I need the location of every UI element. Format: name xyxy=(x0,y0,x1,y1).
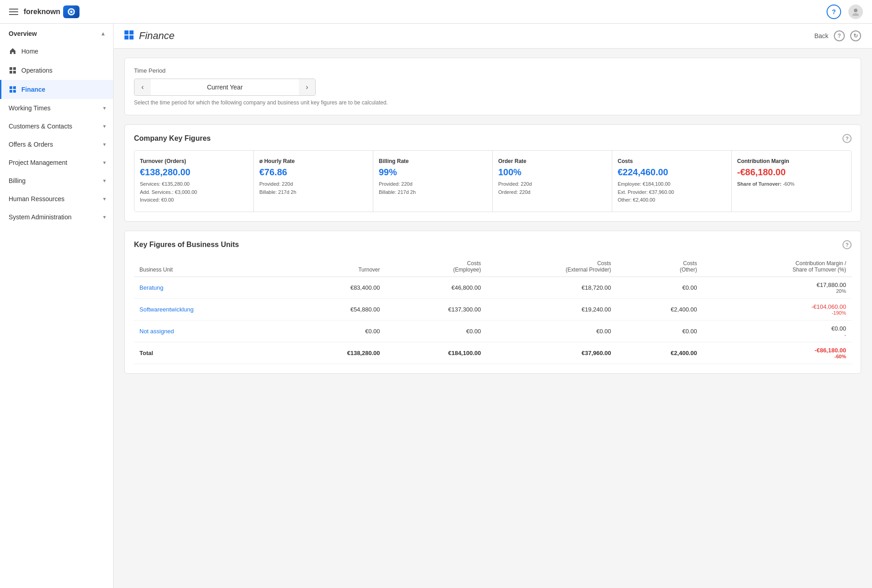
bu-help-icon[interactable]: ? xyxy=(842,240,852,249)
kpi-order-rate-label: Order Rate xyxy=(498,158,606,164)
svg-rect-16 xyxy=(129,35,134,40)
bu-link-software[interactable]: Softwareentwicklung xyxy=(139,306,193,313)
time-period-hint: Select the time period for which the fol… xyxy=(134,99,852,106)
kpi-hourly-rate-label: ø Hourly Rate xyxy=(259,158,367,164)
kpi-costs-detail: Employee: €184,100.00 Ext. Provider: €37… xyxy=(618,180,726,204)
kpi-contribution-margin-label: Contribution Margin xyxy=(737,158,846,164)
sidebar-item-label: Finance xyxy=(21,86,45,93)
user-avatar[interactable] xyxy=(848,5,863,19)
time-period-prev-button[interactable]: ‹ xyxy=(134,79,151,95)
svg-rect-7 xyxy=(10,71,12,74)
page-actions: Back ? ↻ xyxy=(814,30,861,41)
kpi-turnover-detail: Services: €135,280.00 Add. Services.: €3… xyxy=(140,180,248,204)
svg-rect-10 xyxy=(13,86,16,89)
kpi-costs: Costs €224,460.00 Employee: €184,100.00 … xyxy=(612,151,732,212)
bu-link-not-assigned[interactable]: Not assigned xyxy=(139,328,174,335)
svg-point-4 xyxy=(852,13,859,16)
kpi-contribution-margin: Contribution Margin -€86,180.00 Share of… xyxy=(732,151,851,212)
table-total-row: Total €138,280.00 €184,100.00 €37,960.00… xyxy=(134,342,852,364)
sidebar-item-human-ressources[interactable]: Human Ressources ▾ xyxy=(0,190,113,208)
col-contribution: Contribution Margin /Share of Turnover (… xyxy=(703,257,852,277)
sidebar-item-home[interactable]: Home xyxy=(0,42,113,61)
table-row: Beratung €83,400.00 €46,800.00 €18,720.0… xyxy=(134,277,852,298)
total-turnover: €138,280.00 xyxy=(284,342,386,364)
bu-costs-emp-beratung: €46,800.00 xyxy=(385,277,486,298)
time-period-next-button[interactable]: › xyxy=(299,79,315,95)
logo-text: foreknown xyxy=(24,8,60,16)
sidebar-item-customers-contacts[interactable]: Customers & Contacts ▾ xyxy=(0,117,113,135)
sidebar-item-billing[interactable]: Billing ▾ xyxy=(0,172,113,190)
svg-rect-12 xyxy=(13,90,16,93)
bu-turnover-not-assigned: €0.00 xyxy=(284,320,386,342)
kpi-turnover-value: €138,280.00 xyxy=(140,167,248,178)
working-times-chevron: ▾ xyxy=(103,105,106,111)
bu-costs-emp-software: €137,300.00 xyxy=(385,298,486,320)
content-area: Time Period ‹ Current Year › Select the … xyxy=(114,49,872,392)
total-costs-emp: €184,100.00 xyxy=(385,342,486,364)
table-row: Softwareentwicklung €54,880.00 €137,300.… xyxy=(134,298,852,320)
sidebar-item-working-times[interactable]: Working Times ▾ xyxy=(0,99,113,117)
bu-turnover-beratung: €83,400.00 xyxy=(284,277,386,298)
sidebar-item-label: System Administration xyxy=(9,213,72,221)
kpi-billing-rate: Billing Rate 99% Provided: 220d Billable… xyxy=(373,151,493,212)
refresh-icon[interactable]: ↻ xyxy=(850,30,861,41)
back-button[interactable]: Back xyxy=(814,32,828,40)
svg-rect-13 xyxy=(124,30,129,35)
company-kpi-help-icon[interactable]: ? xyxy=(842,134,852,143)
total-label: Total xyxy=(134,342,284,364)
time-period-label: Time Period xyxy=(134,67,852,74)
finance-icon xyxy=(9,85,17,94)
bu-name-beratung: Beratung xyxy=(134,277,284,298)
page-header: Finance Back ? ↻ xyxy=(114,24,872,49)
page-title-area: Finance xyxy=(124,30,174,42)
layout: Overview ▲ Home xyxy=(0,24,872,588)
bu-costs-other-beratung: €0.00 xyxy=(617,277,703,298)
sidebar-item-operations[interactable]: Operations xyxy=(0,61,113,80)
kpi-hourly-rate-value: €76.86 xyxy=(259,167,367,178)
bu-link-beratung[interactable]: Beratung xyxy=(139,284,164,291)
sidebar-item-offers-orders[interactable]: Offers & Orders ▾ xyxy=(0,135,113,153)
svg-rect-5 xyxy=(10,67,12,70)
sidebar-item-finance[interactable]: Finance xyxy=(0,80,113,99)
bu-contribution-not-assigned: €0.00 - xyxy=(703,320,852,342)
svg-rect-6 xyxy=(13,67,16,70)
business-units-table: Business Unit Turnover Costs(Employee) C… xyxy=(134,257,852,364)
overview-label: Overview xyxy=(9,30,37,37)
col-turnover: Turnover xyxy=(284,257,386,277)
kpi-order-rate: Order Rate 100% Provided: 220d Ordered: … xyxy=(493,151,612,212)
help-button[interactable]: ? xyxy=(827,5,841,19)
topbar: foreknown ? xyxy=(0,0,872,24)
col-costs-employee: Costs(Employee) xyxy=(385,257,486,277)
kpi-hourly-rate-detail: Provided: 220d Billable: 217d 2h xyxy=(259,180,367,196)
bu-costs-ext-beratung: €18,720.00 xyxy=(486,277,617,298)
total-costs-other: €2,400.00 xyxy=(617,342,703,364)
svg-rect-14 xyxy=(129,30,134,35)
overview-chevron: ▲ xyxy=(100,30,106,37)
bu-contribution-software: -€104,060.00 -190% xyxy=(703,298,852,320)
project-chevron: ▾ xyxy=(103,159,106,166)
main-content: Finance Back ? ↻ Time Period ‹ Current Y… xyxy=(114,24,872,588)
sidebar-item-label: Human Ressources xyxy=(9,195,64,203)
sidebar-overview-header[interactable]: Overview ▲ xyxy=(0,24,113,42)
time-period-value: Current Year xyxy=(151,80,299,94)
finance-page-icon xyxy=(124,30,134,42)
kpi-costs-value: €224,460.00 xyxy=(618,167,726,178)
offers-chevron: ▾ xyxy=(103,141,106,148)
sidebar-item-project-management[interactable]: Project Management ▾ xyxy=(0,153,113,172)
col-business-unit: Business Unit xyxy=(134,257,284,277)
bu-name-software: Softwareentwicklung xyxy=(134,298,284,320)
table-header-row: Business Unit Turnover Costs(Employee) C… xyxy=(134,257,852,277)
page-help-icon[interactable]: ? xyxy=(834,30,845,41)
sidebar-item-label: Working Times xyxy=(9,104,50,112)
logo[interactable]: foreknown xyxy=(24,5,79,18)
kpi-turnover: Turnover (Orders) €138,280.00 Services: … xyxy=(134,151,254,212)
sidebar-item-system-administration[interactable]: System Administration ▾ xyxy=(0,208,113,226)
kpi-contribution-margin-detail: Share of Turnover: -60% xyxy=(737,180,846,188)
kpi-order-rate-value: 100% xyxy=(498,167,606,178)
menu-button[interactable] xyxy=(9,9,18,15)
billing-chevron: ▾ xyxy=(103,178,106,184)
svg-rect-9 xyxy=(10,86,12,89)
bu-costs-ext-not-assigned: €0.00 xyxy=(486,320,617,342)
logo-icon xyxy=(63,5,79,18)
col-costs-other: Costs(Other) xyxy=(617,257,703,277)
